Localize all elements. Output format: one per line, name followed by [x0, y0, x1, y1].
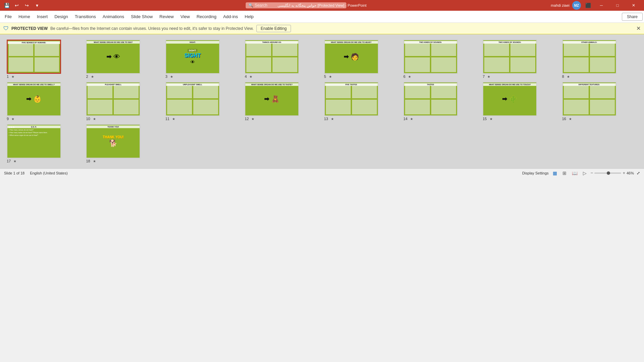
slide-label-8: 8★ [562, 74, 570, 79]
protected-message: Be careful—files from the Internet can c… [50, 26, 254, 31]
slide-item-18[interactable]: THANK YOU! THANK YOU! 🐕 THANK YOU!18★ [86, 124, 161, 163]
slide-item-3[interactable]: SIGHT: SIGHT: SIGHT 👁 SIGHT:3★ [165, 40, 241, 79]
menu-view[interactable]: View [177, 13, 193, 20]
slide-item-5[interactable]: WHAT SENSE ORGAN DO WE USE TO HEAR? ➡ 🧑 … [324, 40, 399, 79]
search-bar: 🔍 [246, 2, 346, 8]
avatar[interactable]: MZ [572, 1, 581, 10]
slide-thumb-3[interactable]: SIGHT: SIGHT: SIGHT 👁 SIGHT: [165, 40, 220, 74]
customize-icon[interactable]: ▾ [33, 1, 41, 9]
redo-icon[interactable]: ↪ [23, 1, 31, 9]
slide-item-1[interactable]: FIVE SENSES OF HUMANS: FIVE SENSES OF HU… [7, 40, 82, 79]
menu-review[interactable]: Review [156, 13, 177, 20]
zoom-slider-thumb[interactable] [607, 171, 610, 175]
zoom-controls: − + 46% [591, 170, 634, 175]
menu-transitions[interactable]: Transitions [71, 13, 99, 20]
menu-help[interactable]: Help [241, 13, 257, 20]
slide-thumb-9[interactable]: WHAT SENSE ORGAN DO WE USE TO SMELL? ➡ 👶… [7, 82, 61, 116]
slide-thumb-12[interactable]: WHAT SENSE ORGAN DO WE USE TO TASTE? ➡ 🧸… [245, 82, 299, 116]
slide-thumb-7[interactable]: TWO KINDS OF SOUNDS: TWO KINDS OF SOUNDS… [483, 40, 537, 74]
menu-addins[interactable]: Add-ins [220, 13, 241, 20]
slide-item-2[interactable]: WHAT SENSE ORGAN DO WE USE TO SEE? ➡ 👁 W… [86, 40, 161, 79]
slide-title-5: WHAT SENSE ORGAN DO WE USE TO HEAR? [325, 41, 378, 44]
protected-view-bar: 🛡 PROTECTED VIEW Be careful—files from t… [0, 23, 644, 34]
menu-bar: File Home Insert Design Transitions Anim… [0, 11, 644, 23]
slide-thumb-8[interactable]: OTHER ANIMALS: OTHER ANIMALS: [562, 40, 616, 74]
menu-insert[interactable]: Insert [34, 13, 51, 20]
maximize-button[interactable]: □ [610, 0, 625, 11]
menu-recording[interactable]: Recording [193, 13, 220, 20]
slide-thumb-13[interactable]: FIVE TASTES FIVE TASTES [324, 82, 379, 116]
slide-item-14[interactable]: TASTES TASTES14★ [403, 82, 479, 121]
slide-star-7: ★ [487, 75, 490, 79]
slideshow-button[interactable]: ▷ [582, 170, 588, 176]
slide-label-17: 17★ [7, 159, 16, 163]
slide-item-6[interactable]: TWO KINDS OF SOUNDS: TWO KINDS OF SOUNDS… [403, 40, 479, 79]
slide-item-15[interactable]: WHAT SENSE ORGAN DO WE USE TO TOUCH? ➡ 🌵… [483, 82, 558, 121]
slide-number-6: 6 [403, 74, 405, 79]
share-button[interactable]: Share [622, 13, 643, 21]
slide-title-15: WHAT SENSE ORGAN DO WE USE TO TOUCH? [483, 83, 536, 86]
minimize-button[interactable]: ─ [594, 0, 609, 11]
slide-thumb-14[interactable]: TASTES TASTES [403, 82, 458, 116]
menu-design[interactable]: Design [51, 13, 71, 20]
slide-item-16[interactable]: DIFFERENT TEXTURES: DIFFERENT TEXTURES:1… [562, 82, 637, 121]
slide-label-14: 14★ [403, 117, 413, 121]
close-bar-icon[interactable]: ✕ [636, 25, 641, 32]
shield-icon: 🛡 [3, 25, 9, 32]
title-center: 🔍 [42, 2, 549, 8]
menu-file[interactable]: File [1, 13, 15, 20]
ribbon-icon[interactable]: ⬛ [584, 1, 592, 10]
slide-thumb-16[interactable]: DIFFERENT TEXTURES: DIFFERENT TEXTURES: [562, 82, 616, 116]
slide-thumb-18[interactable]: THANK YOU! THANK YOU! 🐕 THANK YOU! [86, 124, 140, 158]
slide-item-13[interactable]: FIVE TASTES FIVE TASTES13★ [324, 82, 399, 121]
slide-thumb-4[interactable]: THINGS AROUND US: THINGS AROUND US: [245, 40, 299, 74]
slide-sorter-button[interactable]: ⊞ [561, 170, 568, 176]
search-input[interactable] [255, 3, 329, 8]
enable-editing-button[interactable]: Enable Editing [256, 25, 291, 32]
slide-item-8[interactable]: OTHER ANIMALS: OTHER ANIMALS:8★ [562, 40, 637, 79]
slide-number-9: 9 [7, 117, 9, 121]
slide-thumb-11[interactable]: UNPLEASANT SMELL UNPLEASANT SMELL [165, 82, 220, 116]
slide-thumb-6[interactable]: TWO KINDS OF SOUNDS: TWO KINDS OF SOUNDS… [403, 40, 458, 74]
slide-number-13: 13 [324, 117, 328, 121]
slide-star-8: ★ [567, 75, 570, 79]
slide-item-12[interactable]: WHAT SENSE ORGAN DO WE USE TO TASTE? ➡ 🧸… [245, 82, 320, 121]
slide-title-7: TWO KINDS OF SOUNDS: [483, 41, 536, 44]
slide-thumb-15[interactable]: WHAT SENSE ORGAN DO WE USE TO TOUCH? ➡ 🌵… [483, 82, 537, 116]
slide-item-11[interactable]: UNPLEASANT SMELL UNPLEASANT SMELL11★ [165, 82, 241, 121]
reading-view-button[interactable]: 📖 [571, 170, 579, 176]
slide-thumb-1[interactable]: FIVE SENSES OF HUMANS: FIVE SENSES OF HU… [7, 40, 61, 74]
zoom-out-button[interactable]: − [591, 170, 593, 175]
slide-star-1: ★ [11, 75, 14, 79]
display-settings-button[interactable]: Display Settings [522, 171, 549, 175]
menu-animations[interactable]: Animations [99, 13, 128, 20]
slide-label-13: 13★ [324, 117, 334, 121]
zoom-slider[interactable] [594, 172, 621, 174]
slide-star-12: ★ [251, 117, 254, 121]
slide-thumb-10[interactable]: PLEASANT SMELL PLEASANT SMELL [86, 82, 140, 116]
slide-number-17: 17 [7, 159, 11, 163]
menu-home[interactable]: Home [15, 13, 34, 20]
undo-icon[interactable]: ↩ [13, 1, 21, 9]
slide-item-4[interactable]: THINGS AROUND US: THINGS AROUND US:4★ [245, 40, 320, 79]
slide-number-8: 8 [562, 74, 564, 79]
slide-thumb-2[interactable]: WHAT SENSE ORGAN DO WE USE TO SEE? ➡ 👁 W… [86, 40, 140, 74]
slide-star-18: ★ [93, 159, 96, 163]
slide-item-9[interactable]: WHAT SENSE ORGAN DO WE USE TO SMELL? ➡ 👶… [7, 82, 82, 121]
slide-thumb-5[interactable]: WHAT SENSE ORGAN DO WE USE TO HEAR? ➡ 🧑 … [324, 40, 379, 74]
slide-star-13: ★ [331, 117, 334, 121]
save-icon[interactable]: 💾 [3, 1, 11, 9]
slide-star-17: ★ [13, 159, 16, 163]
slide-star-5: ★ [329, 75, 332, 79]
zoom-in-button[interactable]: + [623, 170, 625, 175]
slide-item-7[interactable]: TWO KINDS OF SOUNDS: TWO KINDS OF SOUNDS… [483, 40, 558, 79]
normal-view-button[interactable]: ▦ [551, 170, 558, 176]
slide-thumb-17[interactable]: Q & A: Q & A: • How many senses do we ha… [7, 124, 61, 158]
close-button[interactable]: ✕ [626, 0, 641, 11]
slide-item-17[interactable]: Q & A: Q & A: • How many senses do we ha… [7, 124, 82, 163]
fit-slide-button[interactable]: ⤢ [637, 171, 640, 175]
slide-item-10[interactable]: PLEASANT SMELL PLEASANT SMELL10★ [86, 82, 161, 121]
status-bar: Slide 1 of 18 English (United States) Di… [0, 168, 644, 177]
menu-slideshow[interactable]: Slide Show [128, 13, 156, 20]
slide-number-18: 18 [86, 159, 90, 163]
